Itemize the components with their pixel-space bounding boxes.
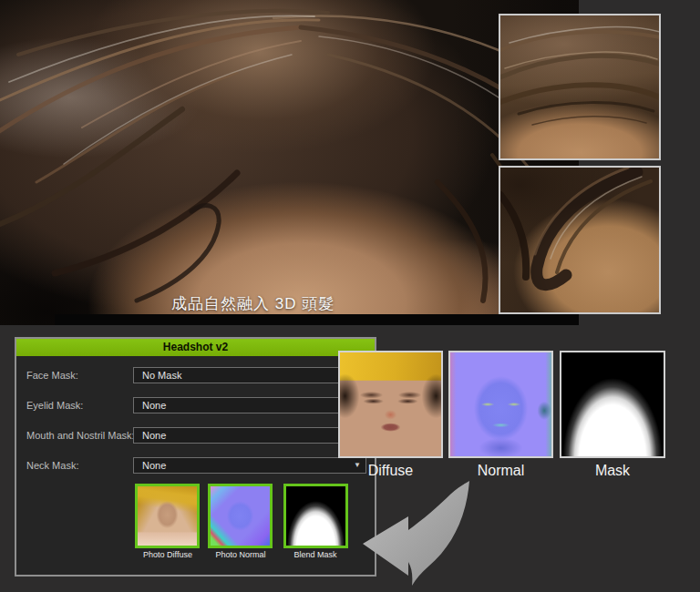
face-mask-label: Face Mask: xyxy=(26,367,78,383)
headshot-panel: Headshot v2 Face Mask: No Mask ▼ Eyelid … xyxy=(15,337,376,577)
mouth-nostril-mask-value: None xyxy=(142,428,166,443)
photo-diffuse-thumb-image xyxy=(138,486,197,546)
photo-normal-thumb-image xyxy=(211,486,270,546)
hair-detail-1-art xyxy=(500,15,659,158)
panel-header: Headshot v2 xyxy=(16,339,375,356)
eyelid-mask-dropdown[interactable]: None ▼ xyxy=(133,397,366,413)
neck-mask-label: Neck Mask: xyxy=(26,457,78,474)
neck-mask-row: Neck Mask: None ▼ xyxy=(16,457,375,474)
face-mask-row: Face Mask: No Mask ▼ xyxy=(16,367,375,383)
hair-detail-2-art xyxy=(500,168,659,312)
neck-mask-dropdown[interactable]: None ▼ xyxy=(133,457,366,474)
mouth-nostril-mask-row: Mouth and Nostril Mask: None ▼ xyxy=(16,427,375,444)
mouth-nostril-mask-dropdown[interactable]: None ▼ xyxy=(133,427,366,444)
hero-caption: 成品自然融入 3D 頭髮 xyxy=(171,293,335,314)
normal-map-image xyxy=(448,351,553,458)
blend-mask-thumb-image xyxy=(286,486,345,546)
eyelid-mask-value: None xyxy=(142,398,166,413)
panel-title: Headshot v2 xyxy=(163,341,228,353)
curved-arrow-icon xyxy=(357,474,476,592)
hair-detail-image-2 xyxy=(499,166,661,314)
blend-mask-thumbnail[interactable] xyxy=(283,484,348,548)
mask-map-image xyxy=(560,351,665,458)
photo-normal-thumb-label: Photo Normal xyxy=(204,550,277,559)
photo-diffuse-thumbnail[interactable] xyxy=(135,484,200,548)
hair-strands-art xyxy=(0,0,579,325)
eyelid-mask-label: Eyelid Mask: xyxy=(26,397,83,413)
mask-map-label: Mask xyxy=(560,462,665,480)
screenshot-root: 成品自然融入 3D 頭髮 xyxy=(0,0,700,592)
blend-mask-thumb-label: Blend Mask xyxy=(279,550,352,559)
mouth-nostril-mask-label: Mouth and Nostril Mask: xyxy=(26,427,135,444)
eyelid-mask-row: Eyelid Mask: None ▼ xyxy=(16,397,375,413)
hair-render-image: 成品自然融入 3D 頭髮 xyxy=(0,0,579,325)
photo-diffuse-thumb-label: Photo Diffuse xyxy=(131,550,204,559)
photo-normal-thumbnail[interactable] xyxy=(208,484,273,548)
face-mask-value: No Mask xyxy=(142,368,181,383)
diffuse-map-image xyxy=(338,351,443,458)
face-mask-dropdown[interactable]: No Mask ▼ xyxy=(133,367,366,383)
hero-bottom-band xyxy=(55,314,579,325)
hair-detail-image-1 xyxy=(499,14,661,160)
neck-mask-value: None xyxy=(142,458,166,473)
